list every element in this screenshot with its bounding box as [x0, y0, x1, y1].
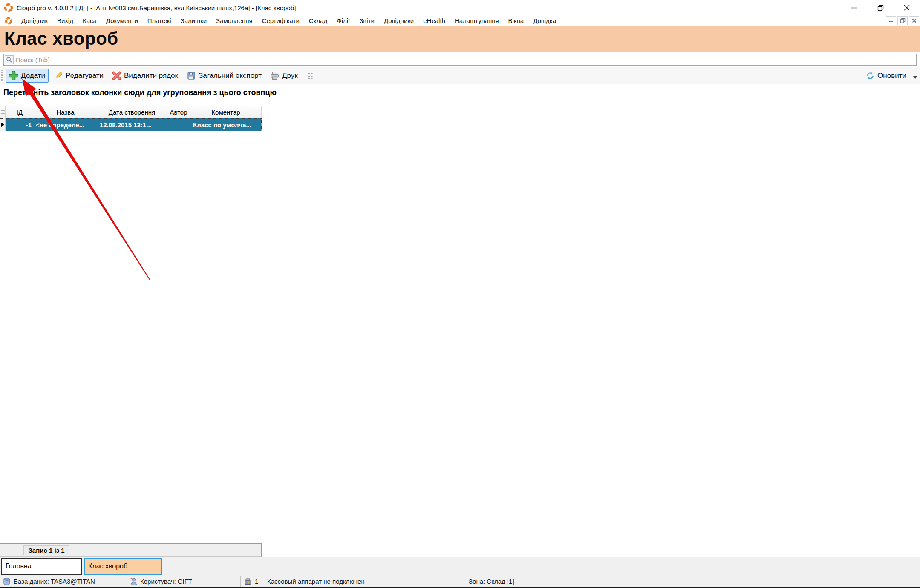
export-floppy-icon: [187, 71, 196, 80]
toolbar-grip[interactable]: [1, 70, 3, 81]
refresh-dropdown-caret-icon[interactable]: [913, 76, 917, 79]
delete-row-button[interactable]: Видалити рядок: [109, 69, 182, 83]
window-title: Скарб pro v. 4.0.0.2 [ІД: ] - [Апт №003 …: [17, 4, 296, 11]
status-user-panel: Користувач: GIFT: [127, 576, 241, 587]
window-controls: [841, 0, 920, 15]
column-header-name[interactable]: Назва: [34, 106, 97, 118]
menu-app-icon: [5, 17, 12, 25]
search-row: [0, 52, 920, 67]
restore-button[interactable]: [867, 0, 894, 15]
delete-x-icon: [112, 71, 121, 80]
menu-item-ehealth[interactable]: eHealth: [418, 15, 450, 26]
window-tab-strip: Головна Клас хвороб: [0, 557, 920, 576]
menu-item-vykhid[interactable]: Вихід: [52, 15, 78, 26]
menu-item-platezhi[interactable]: Платежі: [143, 15, 176, 26]
add-button[interactable]: Додати: [6, 69, 49, 83]
cell-name[interactable]: <не определе...: [34, 118, 97, 131]
cash-register-icon: [244, 577, 252, 585]
search-field: [3, 54, 917, 66]
tab-home[interactable]: Головна: [1, 558, 82, 575]
columns-button[interactable]: [303, 69, 319, 83]
minimize-icon: [851, 5, 857, 11]
status-database-text: База даних: TASA3@TITAN: [14, 578, 95, 585]
minimize-button[interactable]: [841, 0, 867, 15]
menu-item-dokumenty[interactable]: Документи: [101, 15, 143, 26]
menu-item-sertyfikaty[interactable]: Сертифікати: [257, 15, 304, 26]
column-header-id[interactable]: ІД: [6, 106, 34, 118]
cell-author[interactable]: [167, 118, 190, 131]
close-button[interactable]: [894, 0, 920, 15]
mdi-minimize-icon: [889, 19, 893, 23]
search-icon: [6, 57, 12, 63]
mdi-restore-icon: [900, 18, 906, 23]
refresh-button[interactable]: Оновити: [862, 69, 910, 83]
restore-icon: [877, 5, 884, 11]
toolbar-right-group: Оновити: [862, 67, 917, 84]
status-database-panel: База даних: TASA3@TITAN: [0, 576, 127, 587]
menu-item-dovidnyky[interactable]: Довідники: [379, 15, 418, 26]
app-logo-icon: [4, 3, 13, 12]
search-input[interactable]: [14, 55, 916, 65]
edit-button[interactable]: Редагувати: [50, 69, 107, 83]
status-cash-message: Кассовый аппарат не подключен: [267, 578, 365, 585]
edit-button-label: Редагувати: [66, 72, 104, 80]
data-grid: ІД Назва Дата створення Автор Коментар -…: [0, 106, 262, 131]
row-pointer-icon: [1, 122, 4, 127]
print-button[interactable]: Друк: [267, 69, 301, 83]
page-title: Клас хвороб: [0, 26, 920, 51]
column-header-created[interactable]: Дата створення: [97, 106, 167, 118]
row-list-icon: [1, 109, 5, 115]
export-button-label: Загальний експорт: [199, 72, 262, 80]
menu-item-zalyshky[interactable]: Залишки: [176, 15, 212, 26]
menu-item-dovidka[interactable]: Довідка: [528, 15, 561, 26]
print-printer-icon: [270, 71, 280, 80]
title-bar: Скарб pro v. 4.0.0.2 [ІД: ] - [Апт №003 …: [0, 0, 920, 15]
menu-item-vikna[interactable]: Вікна: [504, 15, 529, 26]
close-icon: [904, 5, 910, 11]
menu-item-sklad[interactable]: Склад: [304, 15, 332, 26]
table-row-selected[interactable]: -1 <не определе... 12.08.2015 13:1... Кл…: [0, 118, 262, 131]
cell-comment[interactable]: Класс по умолча...: [190, 118, 262, 131]
application-window: Скарб pro v. 4.0.0.2 [ІД: ] - [Апт №003 …: [0, 0, 920, 588]
columns-icon: [306, 71, 316, 80]
record-bar-left-cell: [0, 544, 6, 556]
database-icon: [3, 577, 11, 585]
status-zone-panel: Зона: Склад [1]: [462, 576, 920, 587]
row-indicator-cell: [0, 118, 6, 131]
menu-item-dovidnyk[interactable]: Довідник: [17, 15, 52, 26]
mdi-close-button[interactable]: [909, 16, 919, 25]
status-cash-message-panel: Кассовый аппарат не подключен: [261, 576, 462, 587]
menu-item-zvity[interactable]: Звіти: [355, 15, 379, 26]
mdi-window-controls: [886, 16, 919, 25]
mdi-minimize-button[interactable]: [886, 16, 896, 25]
menu-item-filii[interactable]: Філії: [332, 15, 355, 26]
status-bar: База даних: TASA3@TITAN Користувач: GIFT…: [0, 576, 920, 587]
group-by-hint: Перетягніть заголовок колонки сюди для у…: [3, 88, 277, 97]
search-icon-box: [5, 55, 14, 64]
mdi-restore-button[interactable]: [897, 16, 908, 25]
menu-bar: Довідник Вихід Каса Документи Платежі За…: [0, 15, 920, 26]
cell-created[interactable]: 12.08.2015 13:1...: [97, 118, 167, 131]
record-count-label: Запис 1 із 1: [23, 545, 69, 555]
export-button[interactable]: Загальний експорт: [183, 69, 265, 83]
add-button-label: Додати: [21, 72, 45, 80]
add-plus-icon: [9, 71, 18, 80]
mdi-close-icon: [912, 18, 917, 23]
column-header-comment[interactable]: Коментар: [190, 106, 262, 118]
refresh-button-label: Оновити: [877, 72, 906, 80]
menu-item-nalashtuvannia[interactable]: Налаштування: [450, 15, 504, 26]
grid-header-row: ІД Назва Дата створення Автор Коментар: [0, 106, 262, 118]
refresh-icon: [865, 71, 875, 80]
toolbar: Додати Редагувати В: [0, 67, 920, 84]
user-icon: [130, 577, 137, 585]
menu-item-zamovlennia[interactable]: Замовлення: [211, 15, 257, 26]
menu-item-kasa[interactable]: Каса: [78, 15, 101, 26]
status-cash-panel: 1: [241, 576, 261, 587]
column-header-author[interactable]: Автор: [167, 106, 190, 118]
edit-pencil-icon: [54, 71, 63, 80]
cell-id[interactable]: -1: [6, 118, 34, 131]
grid-corner-cell: [0, 106, 6, 118]
print-button-label: Друк: [282, 72, 298, 80]
status-zone-text: Зона: Склад [1]: [469, 578, 514, 585]
tab-klas-khvorob[interactable]: Клас хвороб: [84, 558, 162, 575]
